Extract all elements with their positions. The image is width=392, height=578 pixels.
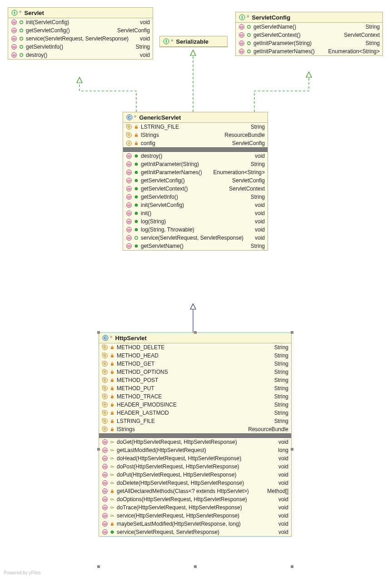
connector-realization[interactable] — [254, 72, 309, 112]
uml-member-row[interactable]: fsHEADER_IFMODSINCEString — [99, 401, 291, 409]
uml-member-row[interactable]: mdoPost(HttpServletRequest, HttpServletR… — [99, 462, 291, 471]
uml-member-row[interactable]: mgetLastModified(HttpServletRequest)long — [99, 446, 291, 454]
uml-member-row[interactable]: mdoTrace(HttpServletRequest, HttpServlet… — [99, 503, 291, 512]
uml-member-row[interactable]: fsMETHOD_GETString — [99, 360, 291, 368]
uml-member-row[interactable]: fsLSTRING_FILEString — [99, 417, 291, 425]
member-type: void — [255, 235, 265, 241]
uml-member-row[interactable]: mlog(String, Throwable)void — [123, 226, 268, 234]
visibility-public-abstract-icon — [19, 20, 24, 25]
member-type: String — [366, 24, 380, 30]
uml-member-row[interactable]: fslStringsResourceBundle — [123, 131, 268, 139]
member-type: String — [274, 402, 288, 408]
uml-member-row[interactable]: mgetAllDeclaredMethods(Class<? extends H… — [99, 487, 291, 495]
uml-box-serializable[interactable]: I»Serializable — [159, 36, 228, 47]
uml-member-row[interactable]: fconfigServletConfig — [123, 139, 268, 147]
uml-member-row[interactable]: mgetServletName()String — [123, 242, 268, 250]
uml-member-row[interactable]: fsHEADER_LASTMODString — [99, 409, 291, 417]
uml-member-row[interactable]: mgetInitParameterNames()Enumeration<Stri… — [123, 168, 268, 176]
svg-text:m: m — [240, 50, 243, 54]
uml-member-row[interactable]: mdestroy()void — [8, 51, 153, 59]
uml-member-row[interactable]: fsLSTRING_FILEString — [123, 123, 268, 131]
uml-member-row[interactable]: fsMETHOD_POSTString — [99, 376, 291, 384]
uml-box-httpservlet[interactable]: C»HttpServletfsMETHOD_DELETEStringfsMETH… — [99, 332, 292, 537]
uml-member-row[interactable]: mgetInitParameter(String)String — [123, 160, 268, 168]
uml-member-row[interactable]: mdoDelete(HttpServletRequest, HttpServle… — [99, 479, 291, 487]
uml-member-row[interactable]: mdoPut(HttpServletRequest, HttpServletRe… — [99, 471, 291, 479]
uml-member-row[interactable]: mservice(ServletRequest, ServletResponse… — [123, 234, 268, 242]
uml-member-row[interactable]: mgetServletContext()ServletContext — [236, 31, 382, 39]
uml-member-row[interactable]: minit()void — [123, 209, 268, 217]
svg-text:m: m — [128, 220, 131, 224]
method-icon: m — [126, 153, 132, 159]
uml-member-row[interactable]: minit(ServletConfig)void — [8, 18, 153, 26]
uml-box-genericservlet[interactable]: C»GenericServletfsLSTRING_FILEStringfslS… — [123, 112, 268, 251]
svg-point-23 — [248, 25, 250, 28]
member-name: METHOD_TRACE — [117, 393, 274, 400]
uml-member-row[interactable]: mmaybeSetLastModified(HttpServletRespons… — [99, 520, 291, 528]
uml-member-row[interactable]: mservice(ServletRequest, ServletResponse… — [8, 35, 153, 43]
uml-header-servletconfig[interactable]: I»ServletConfig — [236, 12, 382, 23]
uml-member-row[interactable]: fsMETHOD_HEADString — [99, 352, 291, 360]
uml-member-row[interactable]: mgetInitParameter(String)String — [236, 39, 382, 47]
uml-member-row[interactable]: fsMETHOD_OPTIONSString — [99, 368, 291, 376]
visibility-private-icon — [134, 133, 139, 137]
uml-member-row[interactable]: mservice(ServletRequest, ServletResponse… — [99, 528, 291, 536]
member-type: String — [274, 361, 288, 367]
method-icon: m — [11, 44, 17, 50]
svg-rect-191 — [111, 523, 114, 526]
uml-member-row[interactable]: mgetInitParameterNames()Enumeration<Stri… — [236, 47, 382, 55]
connector-realization[interactable] — [79, 77, 136, 112]
member-name: METHOD_HEAD — [117, 352, 274, 359]
selection-handle[interactable] — [97, 448, 100, 451]
selection-handle[interactable] — [291, 331, 293, 334]
visibility-private-icon — [110, 427, 114, 432]
visibility-private-icon — [110, 362, 114, 366]
uml-header-serializable[interactable]: I»Serializable — [160, 36, 227, 47]
uml-member-row[interactable]: mdestroy()void — [123, 152, 268, 160]
visibility-protected-icon — [110, 505, 114, 510]
uml-member-row[interactable]: mdoHead(HttpServletRequest, HttpServletR… — [99, 454, 291, 462]
uml-member-row[interactable]: fsMETHOD_DELETEString — [99, 343, 291, 352]
uml-header-servlet[interactable]: I»Servlet — [8, 8, 153, 18]
selection-handle[interactable] — [97, 331, 100, 334]
selection-handle[interactable] — [291, 565, 293, 568]
selection-handle[interactable] — [194, 565, 197, 568]
uml-member-row[interactable]: mservice(HttpServletRequest, HttpServlet… — [99, 512, 291, 520]
method-icon: m — [102, 463, 108, 470]
uml-member-row[interactable]: mgetServletInfo()String — [123, 193, 268, 201]
svg-point-148 — [111, 449, 113, 451]
member-type: void — [278, 529, 288, 535]
uml-member-row[interactable]: mdoOptions(HttpServletRequest, HttpServl… — [99, 495, 291, 503]
uml-member-row[interactable]: mgetServletConfig()ServletConfig — [8, 26, 153, 35]
member-name: getServletName() — [141, 243, 251, 249]
uml-member-row[interactable]: mgetServletName()String — [236, 23, 382, 31]
member-type: long — [278, 447, 288, 453]
method-icon: m — [126, 186, 132, 192]
member-type: void — [255, 202, 265, 208]
selection-handle[interactable] — [291, 448, 293, 451]
member-name: HEADER_IFMODSINCE — [117, 402, 274, 408]
member-type: void — [278, 480, 288, 486]
uml-member-row[interactable]: mdoGet(HttpServletRequest, HttpServletRe… — [99, 438, 291, 446]
selection-handle[interactable] — [97, 565, 100, 568]
member-name: getServletConfig() — [141, 177, 232, 184]
uml-member-row[interactable]: mlog(String)void — [123, 217, 268, 226]
uml-member-row[interactable]: mgetServletInfo()String — [8, 43, 153, 51]
uml-header-httpservlet[interactable]: C»HttpServlet — [99, 333, 291, 343]
uml-member-row[interactable]: mgetServletConfig()ServletConfig — [123, 176, 268, 185]
svg-point-77 — [135, 228, 138, 231]
uml-member-row[interactable]: fslStringsResourceBundle — [99, 425, 291, 433]
method-icon: m — [11, 35, 17, 42]
uml-member-row[interactable]: fsMETHOD_PUTString — [99, 384, 291, 392]
svg-text:m: m — [13, 29, 16, 33]
uml-member-row[interactable]: minit(ServletConfig)void — [123, 201, 268, 209]
member-name: service(ServletRequest, ServletResponse) — [117, 529, 278, 535]
uml-header-genericservlet[interactable]: C»GenericServlet — [123, 112, 268, 123]
uml-box-servlet[interactable]: I»Servletminit(ServletConfig)voidmgetSer… — [8, 7, 153, 60]
uml-member-row[interactable]: fsMETHOD_TRACEString — [99, 392, 291, 401]
method-icon: m — [126, 169, 132, 176]
member-type: String — [251, 124, 265, 130]
uml-member-row[interactable]: mgetServletContext()ServletContext — [123, 185, 268, 193]
selection-handle[interactable] — [194, 331, 197, 334]
uml-box-servletconfig[interactable]: I»ServletConfigmgetServletName()Stringmg… — [235, 12, 383, 56]
